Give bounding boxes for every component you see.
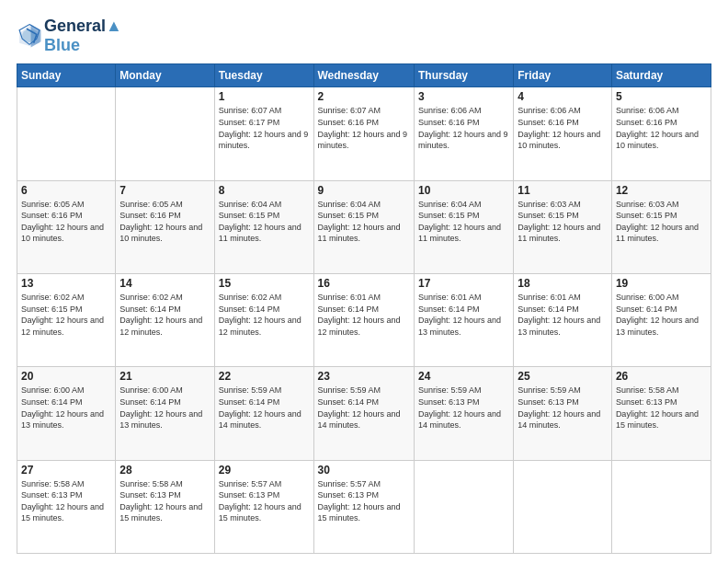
col-header-thursday: Thursday	[414, 64, 513, 87]
calendar-cell: 25Sunrise: 5:59 AM Sunset: 6:13 PM Dayli…	[514, 367, 612, 460]
day-number: 27	[21, 464, 111, 477]
day-number: 3	[418, 90, 509, 103]
calendar-cell: 27Sunrise: 5:58 AM Sunset: 6:13 PM Dayli…	[17, 460, 116, 553]
calendar-cell: 7Sunrise: 6:05 AM Sunset: 6:16 PM Daylig…	[116, 180, 214, 273]
day-number: 16	[318, 277, 410, 290]
day-info: Sunrise: 5:57 AM Sunset: 6:13 PM Dayligh…	[219, 478, 310, 524]
calendar-cell	[514, 460, 612, 553]
header: General▲ Blue	[17, 17, 711, 54]
day-info: Sunrise: 6:01 AM Sunset: 6:14 PM Dayligh…	[418, 292, 509, 338]
day-number: 10	[418, 184, 509, 197]
calendar-cell: 22Sunrise: 5:59 AM Sunset: 6:14 PM Dayli…	[214, 367, 313, 460]
day-number: 29	[219, 464, 310, 477]
col-header-sunday: Sunday	[17, 64, 116, 87]
day-info: Sunrise: 6:04 AM Sunset: 6:15 PM Dayligh…	[219, 199, 310, 245]
day-number: 5	[616, 90, 707, 103]
day-number: 18	[518, 277, 608, 290]
calendar-cell	[611, 460, 711, 553]
calendar-cell: 17Sunrise: 6:01 AM Sunset: 6:14 PM Dayli…	[414, 274, 513, 367]
day-number: 23	[318, 370, 410, 383]
day-info: Sunrise: 6:00 AM Sunset: 6:14 PM Dayligh…	[119, 385, 210, 431]
day-number: 2	[318, 90, 410, 103]
day-info: Sunrise: 6:04 AM Sunset: 6:15 PM Dayligh…	[418, 199, 509, 245]
calendar-cell: 10Sunrise: 6:04 AM Sunset: 6:15 PM Dayli…	[414, 180, 513, 273]
logo: General▲ Blue	[17, 17, 122, 54]
col-header-wednesday: Wednesday	[313, 64, 414, 87]
calendar-cell: 24Sunrise: 5:59 AM Sunset: 6:13 PM Dayli…	[414, 367, 513, 460]
calendar-cell	[116, 87, 214, 180]
day-info: Sunrise: 5:57 AM Sunset: 6:13 PM Dayligh…	[318, 478, 410, 524]
calendar-cell: 14Sunrise: 6:02 AM Sunset: 6:14 PM Dayli…	[116, 274, 214, 367]
calendar-cell	[17, 87, 116, 180]
calendar-cell: 18Sunrise: 6:01 AM Sunset: 6:14 PM Dayli…	[514, 274, 612, 367]
day-info: Sunrise: 6:06 AM Sunset: 6:16 PM Dayligh…	[518, 105, 608, 151]
day-info: Sunrise: 6:06 AM Sunset: 6:16 PM Dayligh…	[418, 105, 509, 151]
day-info: Sunrise: 6:05 AM Sunset: 6:16 PM Dayligh…	[21, 199, 111, 245]
calendar-week-row: 13Sunrise: 6:02 AM Sunset: 6:15 PM Dayli…	[17, 274, 711, 367]
day-number: 28	[119, 464, 210, 477]
col-header-friday: Friday	[514, 64, 612, 87]
day-info: Sunrise: 6:02 AM Sunset: 6:15 PM Dayligh…	[21, 292, 111, 338]
calendar-cell: 8Sunrise: 6:04 AM Sunset: 6:15 PM Daylig…	[214, 180, 313, 273]
calendar-cell: 26Sunrise: 5:58 AM Sunset: 6:13 PM Dayli…	[611, 367, 711, 460]
day-info: Sunrise: 6:04 AM Sunset: 6:15 PM Dayligh…	[318, 199, 410, 245]
calendar-week-row: 27Sunrise: 5:58 AM Sunset: 6:13 PM Dayli…	[17, 460, 711, 553]
day-number: 12	[616, 184, 707, 197]
day-number: 1	[219, 90, 310, 103]
day-number: 4	[518, 90, 608, 103]
day-info: Sunrise: 5:58 AM Sunset: 6:13 PM Dayligh…	[616, 385, 707, 431]
calendar-week-row: 20Sunrise: 6:00 AM Sunset: 6:14 PM Dayli…	[17, 367, 711, 460]
page: General▲ Blue SundayMondayTuesdayWednesd…	[0, 0, 728, 563]
col-header-monday: Monday	[116, 64, 214, 87]
day-number: 15	[219, 277, 310, 290]
calendar-cell: 23Sunrise: 5:59 AM Sunset: 6:14 PM Dayli…	[313, 367, 414, 460]
day-info: Sunrise: 6:07 AM Sunset: 6:17 PM Dayligh…	[219, 105, 310, 151]
day-info: Sunrise: 6:07 AM Sunset: 6:16 PM Dayligh…	[318, 105, 410, 151]
day-info: Sunrise: 6:03 AM Sunset: 6:15 PM Dayligh…	[518, 199, 608, 245]
calendar-week-row: 1Sunrise: 6:07 AM Sunset: 6:17 PM Daylig…	[17, 87, 711, 180]
calendar-cell: 5Sunrise: 6:06 AM Sunset: 6:16 PM Daylig…	[611, 87, 711, 180]
day-number: 14	[119, 277, 210, 290]
day-number: 8	[219, 184, 310, 197]
calendar-cell: 19Sunrise: 6:00 AM Sunset: 6:14 PM Dayli…	[611, 274, 711, 367]
calendar-cell: 15Sunrise: 6:02 AM Sunset: 6:14 PM Dayli…	[214, 274, 313, 367]
day-number: 22	[219, 370, 310, 383]
calendar-cell: 11Sunrise: 6:03 AM Sunset: 6:15 PM Dayli…	[514, 180, 612, 273]
calendar-cell: 28Sunrise: 5:58 AM Sunset: 6:13 PM Dayli…	[116, 460, 214, 553]
day-number: 11	[518, 184, 608, 197]
day-info: Sunrise: 6:01 AM Sunset: 6:14 PM Dayligh…	[518, 292, 608, 338]
day-number: 21	[119, 370, 210, 383]
day-info: Sunrise: 6:05 AM Sunset: 6:16 PM Dayligh…	[119, 199, 210, 245]
calendar-cell: 30Sunrise: 5:57 AM Sunset: 6:13 PM Dayli…	[313, 460, 414, 553]
calendar-cell: 6Sunrise: 6:05 AM Sunset: 6:16 PM Daylig…	[17, 180, 116, 273]
day-number: 30	[318, 464, 410, 477]
day-number: 6	[21, 184, 111, 197]
day-info: Sunrise: 6:00 AM Sunset: 6:14 PM Dayligh…	[616, 292, 707, 338]
calendar-cell: 3Sunrise: 6:06 AM Sunset: 6:16 PM Daylig…	[414, 87, 513, 180]
day-number: 19	[616, 277, 707, 290]
day-info: Sunrise: 6:02 AM Sunset: 6:14 PM Dayligh…	[219, 292, 310, 338]
calendar-cell: 13Sunrise: 6:02 AM Sunset: 6:15 PM Dayli…	[17, 274, 116, 367]
day-number: 25	[518, 370, 608, 383]
day-number: 26	[616, 370, 707, 383]
logo-icon	[17, 23, 42, 49]
day-number: 13	[21, 277, 111, 290]
day-info: Sunrise: 5:59 AM Sunset: 6:14 PM Dayligh…	[318, 385, 410, 431]
logo-text: General▲ Blue	[44, 17, 122, 54]
col-header-saturday: Saturday	[611, 64, 711, 87]
day-info: Sunrise: 6:01 AM Sunset: 6:14 PM Dayligh…	[318, 292, 410, 338]
day-number: 20	[21, 370, 111, 383]
day-info: Sunrise: 5:58 AM Sunset: 6:13 PM Dayligh…	[21, 478, 111, 524]
day-number: 17	[418, 277, 509, 290]
calendar-cell: 20Sunrise: 6:00 AM Sunset: 6:14 PM Dayli…	[17, 367, 116, 460]
day-info: Sunrise: 5:59 AM Sunset: 6:13 PM Dayligh…	[518, 385, 608, 431]
day-info: Sunrise: 6:00 AM Sunset: 6:14 PM Dayligh…	[21, 385, 111, 431]
day-info: Sunrise: 5:59 AM Sunset: 6:14 PM Dayligh…	[219, 385, 310, 431]
day-number: 24	[418, 370, 509, 383]
calendar-cell: 9Sunrise: 6:04 AM Sunset: 6:15 PM Daylig…	[313, 180, 414, 273]
day-info: Sunrise: 5:58 AM Sunset: 6:13 PM Dayligh…	[119, 478, 210, 524]
calendar-cell: 16Sunrise: 6:01 AM Sunset: 6:14 PM Dayli…	[313, 274, 414, 367]
calendar-cell: 12Sunrise: 6:03 AM Sunset: 6:15 PM Dayli…	[611, 180, 711, 273]
calendar-cell: 2Sunrise: 6:07 AM Sunset: 6:16 PM Daylig…	[313, 87, 414, 180]
calendar-table: SundayMondayTuesdayWednesdayThursdayFrid…	[17, 63, 711, 554]
